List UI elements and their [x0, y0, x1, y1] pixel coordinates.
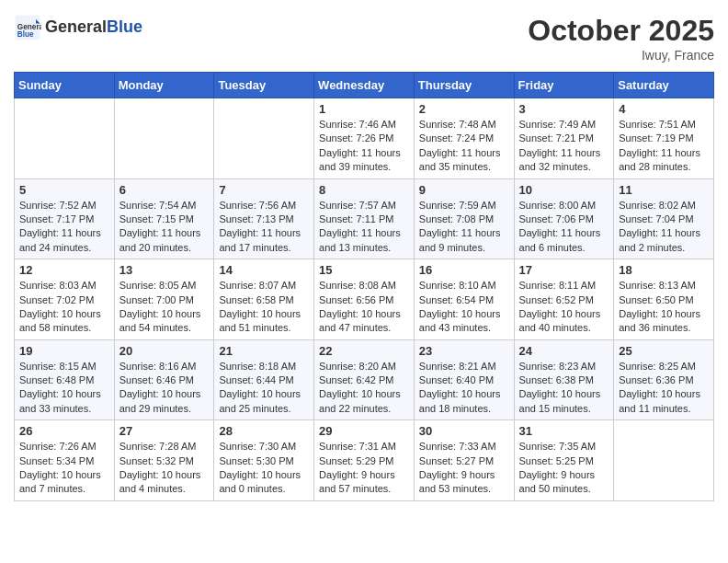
- weekday-header-saturday: Saturday: [614, 73, 714, 98]
- cell-text: Sunset: 7:21 PM: [519, 132, 609, 145]
- day-number: 13: [119, 263, 210, 277]
- calendar-cell: 13Sunrise: 8:05 AMSunset: 7:00 PMDayligh…: [114, 259, 214, 340]
- cell-text: Daylight: 11 hours and 6 minutes.: [519, 226, 609, 255]
- cell-text: Sunset: 6:50 PM: [619, 293, 709, 307]
- logo: General Blue GeneralBlue: [14, 14, 142, 41]
- cell-text: Sunrise: 7:56 AM: [219, 199, 309, 213]
- title-block: October 2025 Iwuy, France: [528, 14, 714, 63]
- cell-text: Daylight: 10 hours and 40 minutes.: [519, 307, 609, 336]
- weekday-header-tuesday: Tuesday: [214, 73, 314, 98]
- cell-text: Daylight: 11 hours and 13 minutes.: [319, 226, 409, 255]
- cell-text: Sunrise: 8:16 AM: [119, 360, 210, 373]
- cell-text: Daylight: 11 hours and 24 minutes.: [19, 226, 109, 255]
- weekday-header-row: SundayMondayTuesdayWednesdayThursdayFrid…: [15, 73, 714, 98]
- day-number: 18: [619, 263, 709, 277]
- calendar-cell: 17Sunrise: 8:11 AMSunset: 6:52 PMDayligh…: [514, 259, 614, 340]
- cell-text: Sunset: 5:30 PM: [219, 454, 309, 468]
- day-number: 19: [19, 344, 109, 358]
- cell-text: Sunset: 6:56 PM: [319, 293, 409, 307]
- cell-text: Daylight: 9 hours and 50 minutes.: [519, 468, 609, 497]
- cell-text: Daylight: 10 hours and 22 minutes.: [319, 387, 409, 416]
- cell-text: Daylight: 9 hours and 53 minutes.: [419, 468, 509, 497]
- cell-text: Sunset: 6:46 PM: [119, 373, 210, 387]
- calendar-cell: 23Sunrise: 8:21 AMSunset: 6:40 PMDayligh…: [414, 339, 514, 420]
- cell-text: Sunset: 7:24 PM: [419, 132, 509, 145]
- cell-text: Sunrise: 8:23 AM: [519, 360, 609, 373]
- cell-text: Sunrise: 7:28 AM: [119, 440, 210, 454]
- cell-text: Sunset: 6:58 PM: [219, 293, 309, 307]
- logo-blue-text: Blue: [107, 17, 142, 36]
- cell-text: Sunrise: 8:18 AM: [219, 360, 309, 373]
- calendar-cell: 15Sunrise: 8:08 AMSunset: 6:56 PMDayligh…: [314, 259, 415, 340]
- cell-text: Sunrise: 7:59 AM: [419, 199, 509, 213]
- cell-text: Daylight: 10 hours and 11 minutes.: [619, 387, 709, 416]
- calendar-cell: 2Sunrise: 7:48 AMSunset: 7:24 PMDaylight…: [414, 98, 514, 179]
- day-number: 28: [219, 424, 309, 438]
- day-number: 17: [519, 263, 609, 277]
- calendar-cell: 11Sunrise: 8:02 AMSunset: 7:04 PMDayligh…: [614, 178, 714, 259]
- cell-text: Sunset: 6:38 PM: [519, 373, 609, 387]
- calendar-cell: 24Sunrise: 8:23 AMSunset: 6:38 PMDayligh…: [514, 339, 614, 420]
- cell-text: Daylight: 10 hours and 29 minutes.: [119, 387, 210, 416]
- svg-text:Blue: Blue: [17, 30, 34, 39]
- cell-text: Sunrise: 8:15 AM: [19, 360, 109, 373]
- cell-text: Sunrise: 8:25 AM: [619, 360, 709, 373]
- calendar-cell: 3Sunrise: 7:49 AMSunset: 7:21 PMDaylight…: [514, 98, 614, 179]
- day-number: 22: [319, 344, 409, 358]
- calendar-cell: 16Sunrise: 8:10 AMSunset: 6:54 PMDayligh…: [414, 259, 514, 340]
- cell-text: Daylight: 10 hours and 43 minutes.: [419, 307, 509, 336]
- cell-text: Sunset: 6:52 PM: [519, 293, 609, 307]
- day-number: 3: [519, 102, 609, 116]
- cell-text: Sunrise: 8:08 AM: [319, 279, 409, 293]
- cell-text: Daylight: 11 hours and 20 minutes.: [119, 226, 210, 255]
- cell-text: Daylight: 11 hours and 32 minutes.: [519, 146, 609, 175]
- cell-text: Daylight: 10 hours and 18 minutes.: [419, 387, 509, 416]
- cell-text: Sunset: 6:48 PM: [19, 373, 109, 387]
- cell-text: Sunrise: 8:02 AM: [619, 199, 709, 213]
- cell-text: Sunset: 7:06 PM: [519, 213, 609, 226]
- day-number: 6: [119, 183, 210, 197]
- calendar-week-row: 5Sunrise: 7:52 AMSunset: 7:17 PMDaylight…: [15, 178, 714, 259]
- cell-text: Sunrise: 7:30 AM: [219, 440, 309, 454]
- calendar-cell: 30Sunrise: 7:33 AMSunset: 5:27 PMDayligh…: [414, 420, 514, 501]
- cell-text: Sunrise: 7:26 AM: [19, 440, 109, 454]
- cell-text: Daylight: 10 hours and 51 minutes.: [219, 307, 309, 336]
- cell-text: Sunset: 5:27 PM: [419, 454, 509, 468]
- logo-icon: General Blue: [14, 14, 41, 41]
- calendar-cell: 27Sunrise: 7:28 AMSunset: 5:32 PMDayligh…: [114, 420, 214, 501]
- cell-text: Daylight: 11 hours and 9 minutes.: [419, 226, 509, 255]
- calendar-cell: 5Sunrise: 7:52 AMSunset: 7:17 PMDaylight…: [15, 178, 115, 259]
- cell-text: Sunrise: 7:52 AM: [19, 199, 109, 213]
- day-number: 23: [419, 344, 509, 358]
- calendar-cell: 22Sunrise: 8:20 AMSunset: 6:42 PMDayligh…: [314, 339, 415, 420]
- calendar-cell: 7Sunrise: 7:56 AMSunset: 7:13 PMDaylight…: [214, 178, 314, 259]
- cell-text: Sunset: 6:42 PM: [319, 373, 409, 387]
- calendar-cell: [15, 98, 115, 179]
- cell-text: Daylight: 9 hours and 57 minutes.: [319, 468, 409, 497]
- calendar-cell: 18Sunrise: 8:13 AMSunset: 6:50 PMDayligh…: [614, 259, 714, 340]
- day-number: 25: [619, 344, 709, 358]
- weekday-header-friday: Friday: [514, 73, 614, 98]
- weekday-header-monday: Monday: [114, 73, 214, 98]
- cell-text: Sunset: 5:34 PM: [19, 454, 109, 468]
- calendar-cell: 6Sunrise: 7:54 AMSunset: 7:15 PMDaylight…: [114, 178, 214, 259]
- day-number: 29: [319, 424, 409, 438]
- day-number: 11: [619, 183, 709, 197]
- calendar-cell: 8Sunrise: 7:57 AMSunset: 7:11 PMDaylight…: [314, 178, 415, 259]
- cell-text: Daylight: 10 hours and 7 minutes.: [19, 468, 109, 497]
- cell-text: Daylight: 10 hours and 54 minutes.: [119, 307, 210, 336]
- calendar-cell: 28Sunrise: 7:30 AMSunset: 5:30 PMDayligh…: [214, 420, 314, 501]
- day-number: 8: [319, 183, 409, 197]
- day-number: 5: [19, 183, 109, 197]
- cell-text: Daylight: 10 hours and 47 minutes.: [319, 307, 409, 336]
- calendar-week-row: 12Sunrise: 8:03 AMSunset: 7:02 PMDayligh…: [15, 259, 714, 340]
- cell-text: Sunset: 6:54 PM: [419, 293, 509, 307]
- calendar-cell: 26Sunrise: 7:26 AMSunset: 5:34 PMDayligh…: [15, 420, 115, 501]
- cell-text: Sunset: 6:44 PM: [219, 373, 309, 387]
- cell-text: Sunrise: 8:11 AM: [519, 279, 609, 293]
- cell-text: Sunrise: 7:31 AM: [319, 440, 409, 454]
- day-number: 21: [219, 344, 309, 358]
- calendar-week-row: 1Sunrise: 7:46 AMSunset: 7:26 PMDaylight…: [15, 98, 714, 179]
- calendar-cell: 1Sunrise: 7:46 AMSunset: 7:26 PMDaylight…: [314, 98, 415, 179]
- calendar-cell: 31Sunrise: 7:35 AMSunset: 5:25 PMDayligh…: [514, 420, 614, 501]
